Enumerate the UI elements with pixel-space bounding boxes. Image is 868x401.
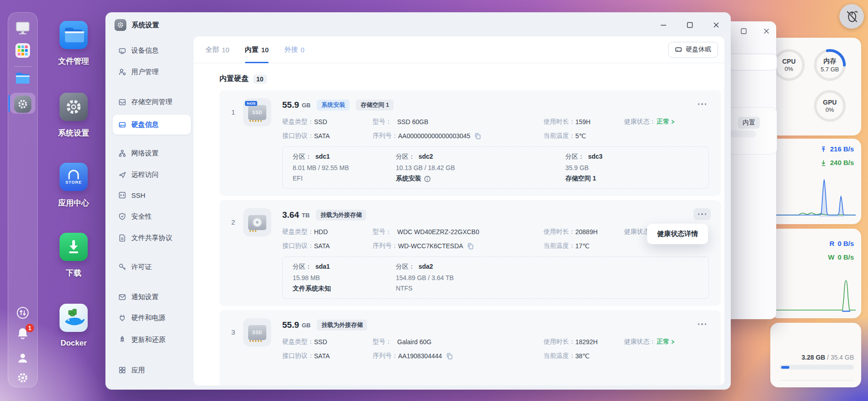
mouse-passthrough-toggle[interactable] <box>839 4 864 29</box>
bg-search-input[interactable] <box>727 54 777 70</box>
copy-icon[interactable] <box>446 352 453 360</box>
disk-menu-button[interactable] <box>693 98 711 110</box>
close-button[interactable] <box>710 19 723 31</box>
sidebar-item-device-info[interactable]: 设备信息 <box>113 41 191 60</box>
tab-external[interactable]: 外接0 <box>284 36 304 63</box>
disk-model: WDC WD40EZRZ-22GXCB0 <box>397 228 479 236</box>
ssh-icon <box>118 191 126 199</box>
window-title: 系统设置 <box>132 21 159 30</box>
sidebar-item-file-sharing[interactable]: 文件共享协议 <box>113 229 191 247</box>
dock-app-grid-icon[interactable] <box>15 43 30 58</box>
ssd-label: SSD <box>252 110 262 115</box>
power-icon <box>118 314 126 322</box>
apps-grid-icon <box>118 366 126 374</box>
tab-all[interactable]: 全部10 <box>205 36 229 63</box>
disk-read: R0 B/s <box>829 240 854 247</box>
network-upload: 216 B/s <box>820 145 854 153</box>
shortcut-docker[interactable]: Docker <box>45 304 102 348</box>
disk-tabs: 全部10 内置10 外接0 硬盘休眠 <box>194 36 724 63</box>
health-status-link[interactable]: 健康状态：正常 <box>624 338 712 346</box>
disk-card-2: 2 3.64 TB 挂载为外接存储 硬盘类型：HDD 型号：WDC WD40EZ… <box>219 200 721 306</box>
sidebar-item-storage-pool[interactable]: 存储空间管理 <box>113 93 191 111</box>
partition: 分区：sdc2 10.13 GB / 18.42 GB 系统安装 <box>396 152 565 183</box>
bg-pill <box>727 130 756 137</box>
disk-sleep-icon <box>675 46 682 53</box>
fnos-badge: fnOS <box>245 101 257 106</box>
disk-temp: 38℃ <box>575 352 589 360</box>
shortcut-download[interactable]: 下载 <box>45 233 102 278</box>
shortcut-label: Docker <box>60 339 87 348</box>
sidebar-item-notifications[interactable]: 通知设置 <box>113 288 191 306</box>
minimize-button[interactable] <box>657 19 670 31</box>
sidebar-item-ssh[interactable]: SSH <box>113 186 191 204</box>
shortcut-label: 系统设置 <box>58 128 89 138</box>
network-download: 240 B/s <box>820 159 854 166</box>
disk-size-row: 55.9 GB 挂载为外接存储 <box>282 318 712 332</box>
shortcut-file-manager[interactable]: 文件管理 <box>45 21 102 66</box>
dock-notifications-icon[interactable]: 1 <box>16 326 30 341</box>
gpu-ring: GPU0% <box>813 90 846 122</box>
shortcut-label: 下载 <box>66 268 81 278</box>
maximize-button[interactable] <box>683 19 696 31</box>
disk-hours: 159H <box>575 118 590 125</box>
sidebar-item-license[interactable]: 许可证 <box>113 258 191 276</box>
sidebar-item-update-restore[interactable]: 更新和还原 <box>113 331 191 349</box>
disk-menu-button[interactable] <box>693 208 711 220</box>
sidebar-item-apps[interactable]: 应用 <box>113 361 191 379</box>
external-mount-badge: 挂载为外接存储 <box>316 210 366 221</box>
storage-divider <box>779 380 854 381</box>
disk-protocol: SATA <box>314 132 330 140</box>
dock-files-icon[interactable] <box>15 71 31 85</box>
memory-label: 内存 <box>823 57 836 65</box>
monitor-diskio-card: R0 B/s W0 B/s <box>770 229 861 318</box>
bg-maximize-button[interactable] <box>737 25 750 37</box>
health-detail-menu-item[interactable]: 健康状态详情 <box>647 224 708 244</box>
chevron-right-icon <box>669 119 676 125</box>
shield-icon <box>118 212 126 221</box>
sidebar-item-disk-info[interactable]: 硬盘信息 <box>113 115 191 135</box>
dock-transfer-icon[interactable] <box>16 306 30 320</box>
monitor-network-card: 216 B/s 240 B/s <box>770 139 861 224</box>
disk-index: 2 <box>231 208 243 299</box>
download-icon <box>820 160 827 166</box>
remote-access-icon <box>118 170 126 179</box>
partition: 分区：sdc3 35.9 GB 存储空间 1 <box>565 152 708 183</box>
shortcut-system-settings[interactable]: 系统设置 <box>45 93 102 138</box>
key-icon <box>118 263 126 271</box>
sidebar-item-network[interactable]: 网络设置 <box>113 144 191 162</box>
copy-icon[interactable] <box>467 242 474 250</box>
dock-settings-icon[interactable] <box>14 95 31 113</box>
dock-desktop-icon[interactable] <box>15 20 31 36</box>
ssd-label: SSD <box>252 330 262 335</box>
rocket-icon <box>118 336 126 344</box>
disk-type: SSD <box>314 118 327 125</box>
sidebar-item-security[interactable]: 安全性 <box>113 207 191 226</box>
sidebar-item-user-management[interactable]: 用户管理 <box>113 63 191 81</box>
health-status-link[interactable]: 健康状态：正常 <box>624 118 712 126</box>
cpu-label: CPU <box>782 58 796 65</box>
notification-badge: 1 <box>25 324 34 332</box>
info-icon[interactable] <box>424 175 431 182</box>
partition: 分区：sdc1 8.01 MB / 92.55 MB EFI <box>293 152 396 183</box>
dock-gear-icon[interactable] <box>16 371 29 384</box>
cpu-value: 0% <box>785 65 793 72</box>
disk-size: 3.64 <box>282 210 299 220</box>
disk-sleep-button[interactable]: 硬盘休眠 <box>668 42 718 58</box>
desktop: CPU0% 内存5.7 GB GPU0% 216 B/s 240 B <box>0 0 868 401</box>
sidebar-item-remote-access[interactable]: 远程访问 <box>113 165 191 184</box>
settings-app-icon <box>115 19 126 31</box>
copy-icon[interactable] <box>474 132 481 140</box>
tab-internal[interactable]: 内置10 <box>245 36 269 63</box>
bg-close-button[interactable] <box>760 25 773 37</box>
disk-size: 55.9 <box>282 100 299 110</box>
dock-user-icon[interactable] <box>16 351 29 364</box>
shortcut-label: 应用中心 <box>58 198 89 208</box>
disk-temp: 17℃ <box>575 242 589 250</box>
disk-menu-button[interactable] <box>693 318 711 330</box>
diskio-graph <box>776 271 856 313</box>
shortcut-app-center[interactable]: STORE 应用中心 <box>45 163 102 208</box>
disk-type: HDD <box>314 228 328 236</box>
sidebar-item-hardware-power[interactable]: 硬件和电源 <box>113 309 191 327</box>
storage-pool-icon <box>118 98 126 106</box>
disk-protocol: SATA <box>314 242 330 250</box>
